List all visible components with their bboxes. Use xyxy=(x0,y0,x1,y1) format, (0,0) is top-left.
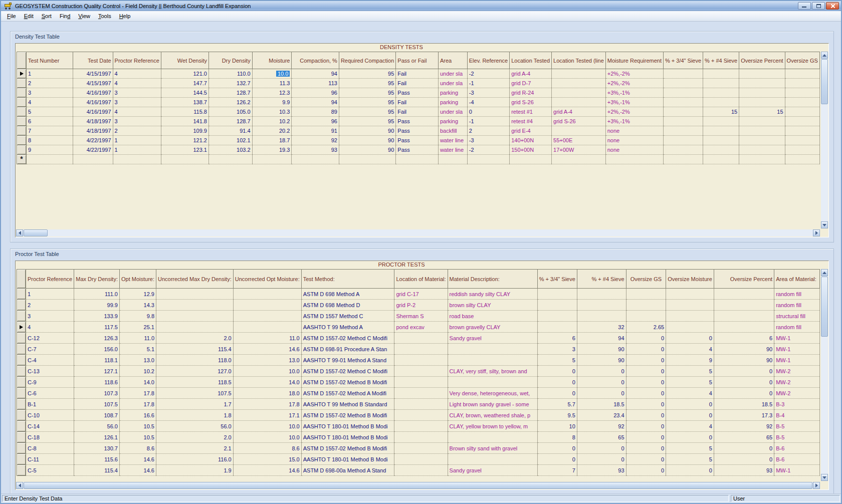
table-cell[interactable]: C-4 xyxy=(26,355,74,366)
scroll-thumb[interactable] xyxy=(24,482,812,489)
table-cell[interactable]: MW-1 xyxy=(774,333,820,344)
table-cell[interactable] xyxy=(438,155,467,164)
table-cell[interactable]: -2 xyxy=(467,69,509,79)
table-cell[interactable]: 0 xyxy=(626,366,666,377)
table-cell[interactable]: retest #4 xyxy=(510,117,552,126)
table-cell[interactable] xyxy=(626,311,666,322)
table-cell[interactable] xyxy=(739,79,785,88)
table-cell[interactable]: B-3 xyxy=(774,399,820,410)
table-cell[interactable]: 110.0 xyxy=(208,69,252,79)
table-cell[interactable]: ASTM D 1557-02 Method C Modifi xyxy=(301,333,394,344)
table-cell[interactable]: 14.0 xyxy=(119,377,156,388)
table-cell[interactable]: 3 xyxy=(113,98,161,107)
table-cell[interactable]: brown gravelly CLAY xyxy=(448,322,537,333)
table-cell[interactable]: 0 xyxy=(626,399,666,410)
table-cell[interactable]: 10.2 xyxy=(252,117,292,126)
table-cell[interactable]: 4/22/1997 xyxy=(73,145,113,155)
table-cell[interactable]: 0 xyxy=(537,388,577,399)
table-cell[interactable]: 65 xyxy=(577,432,626,443)
scroll-left-button[interactable] xyxy=(16,482,23,489)
table-cell[interactable] xyxy=(663,98,703,107)
table-cell[interactable]: C-6 xyxy=(26,388,74,399)
table-cell[interactable]: 121.0 xyxy=(161,69,208,79)
row-selector[interactable] xyxy=(17,344,26,355)
row-selector[interactable] xyxy=(17,443,26,454)
table-cell[interactable]: 107.3 xyxy=(74,388,120,399)
table-cell[interactable]: under sla xyxy=(438,69,467,79)
table-cell[interactable] xyxy=(394,432,448,443)
table-cell[interactable]: MW-2 xyxy=(774,366,820,377)
column-header[interactable]: Moisture xyxy=(252,52,292,69)
table-cell[interactable]: Pass xyxy=(396,145,439,155)
table-cell[interactable]: 17.8 xyxy=(119,399,156,410)
table-cell[interactable] xyxy=(394,399,448,410)
table-cell[interactable]: random fill xyxy=(774,289,820,300)
table-cell[interactable] xyxy=(663,79,703,88)
row-selector[interactable] xyxy=(17,366,26,377)
table-cell[interactable]: 0 xyxy=(714,388,774,399)
table-cell[interactable] xyxy=(394,333,448,344)
table-cell[interactable]: backfill xyxy=(438,126,467,136)
table-cell[interactable] xyxy=(73,155,113,164)
row-selector[interactable] xyxy=(17,145,27,155)
table-cell[interactable]: grid A-4 xyxy=(510,69,552,79)
table-cell[interactable] xyxy=(666,300,714,311)
table-cell[interactable] xyxy=(448,355,537,366)
table-cell[interactable]: 15 xyxy=(739,107,785,117)
table-cell[interactable]: -3 xyxy=(467,136,509,145)
scroll-left-button[interactable] xyxy=(16,229,23,236)
table-cell[interactable]: AASHTO T 99 Method B Standard xyxy=(301,399,394,410)
table-cell[interactable]: 4 xyxy=(113,107,161,117)
table-cell[interactable]: grid E-4 xyxy=(510,126,552,136)
table-cell[interactable]: C-11 xyxy=(26,454,74,465)
table-cell[interactable] xyxy=(233,322,301,333)
table-cell[interactable]: 103.2 xyxy=(208,145,252,155)
table-cell[interactable]: 126.3 xyxy=(74,333,120,344)
table-cell[interactable]: 56.0 xyxy=(156,421,234,432)
table-cell[interactable]: 5 xyxy=(666,443,714,454)
table-cell[interactable] xyxy=(626,300,666,311)
table-cell[interactable]: structural fill xyxy=(774,311,820,322)
table-cell[interactable]: 92 xyxy=(292,136,339,145)
column-header[interactable]: Opt Moisture: xyxy=(119,270,156,289)
table-cell[interactable]: 7 xyxy=(27,126,73,136)
table-cell[interactable]: AASHTO T 99-01 Method A Stand xyxy=(301,355,394,366)
table-cell[interactable]: 105.0 xyxy=(208,107,252,117)
table-cell[interactable] xyxy=(467,155,509,164)
table-cell[interactable] xyxy=(785,88,819,98)
table-cell[interactable]: 0 xyxy=(666,465,714,476)
table-cell[interactable]: AASHTO T 99 Method A xyxy=(301,322,394,333)
table-cell[interactable]: 111.0 xyxy=(74,289,120,300)
table-cell[interactable]: 14.6 xyxy=(233,465,301,476)
table-cell[interactable]: 56.0 xyxy=(74,421,120,432)
table-cell[interactable]: 14.6 xyxy=(119,454,156,465)
table-cell[interactable]: 128.7 xyxy=(208,117,252,126)
table-cell[interactable]: pond excav xyxy=(394,322,448,333)
table-cell[interactable]: none xyxy=(605,145,663,155)
table-cell[interactable]: 156.0 xyxy=(74,344,120,355)
table-cell[interactable] xyxy=(739,69,785,79)
table-cell[interactable] xyxy=(703,117,739,126)
table-cell[interactable] xyxy=(663,136,703,145)
scroll-down-button[interactable] xyxy=(821,221,828,228)
table-cell[interactable]: Light brown sandy gravel - some xyxy=(448,399,537,410)
table-cell[interactable]: 5.7 xyxy=(537,399,577,410)
table-cell[interactable] xyxy=(156,322,234,333)
minimize-button[interactable] xyxy=(798,2,811,10)
table-cell[interactable]: 10.2 xyxy=(119,366,156,377)
table-cell[interactable]: 91.4 xyxy=(208,126,252,136)
table-cell[interactable]: 95 xyxy=(339,117,395,126)
density-vertical-scrollbar[interactable] xyxy=(821,52,828,228)
table-cell[interactable] xyxy=(703,145,739,155)
table-cell[interactable]: Fail xyxy=(396,69,439,79)
column-header[interactable]: Proctor Reference xyxy=(26,270,74,289)
table-cell[interactable]: grid A-4 xyxy=(552,107,606,117)
table-cell[interactable]: 4 xyxy=(113,79,161,88)
table-cell[interactable]: 0 xyxy=(626,454,666,465)
table-cell[interactable]: 132.7 xyxy=(208,79,252,88)
table-cell[interactable]: 4 xyxy=(113,69,161,79)
table-cell[interactable] xyxy=(552,88,606,98)
table-cell[interactable]: 0 xyxy=(626,432,666,443)
table-cell[interactable]: parking xyxy=(438,88,467,98)
table-cell[interactable] xyxy=(394,366,448,377)
